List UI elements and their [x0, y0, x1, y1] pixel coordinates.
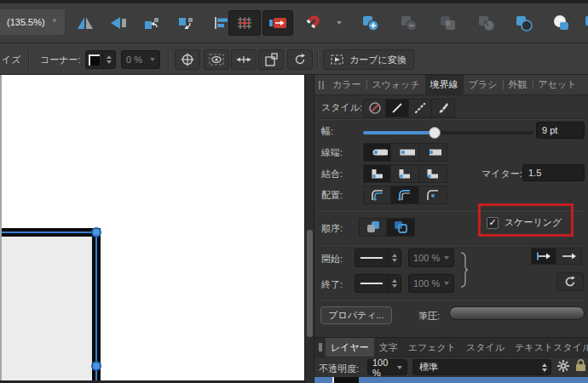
end-style-stepper[interactable]	[388, 275, 401, 292]
corner-stepper[interactable]	[102, 51, 115, 68]
style-dashed-button[interactable]	[409, 99, 432, 117]
cap-round-button[interactable]	[363, 143, 391, 162]
layer-settings-button[interactable]	[556, 359, 570, 374]
start-line-style-dropdown[interactable]	[355, 249, 401, 267]
corner-node-handle[interactable]	[91, 227, 101, 237]
tab-brushes[interactable]: ブラシ	[464, 75, 503, 94]
transform-origin-button[interactable]	[258, 49, 284, 70]
style-none-button[interactable]	[363, 99, 386, 117]
tab-effects[interactable]: エフェクト	[403, 338, 461, 357]
canvas-vertical-scrollbar[interactable]	[304, 75, 314, 383]
panel-grip[interactable]	[319, 343, 322, 352]
rotate-ccw-button[interactable]	[136, 10, 167, 36]
geometry-merge-button[interactable]	[545, 10, 576, 36]
boolean-divide-button[interactable]	[470, 10, 503, 36]
solid-line-icon	[390, 101, 404, 115]
start-pressure-dropdown[interactable]: 100 %	[408, 249, 454, 267]
start-label: 開始:	[321, 253, 343, 266]
tab-stroke-active[interactable]: 境界線	[425, 75, 464, 94]
magnet-snapping-button[interactable]	[295, 10, 329, 36]
show-selection-button[interactable]	[204, 49, 229, 70]
end-label: 終了:	[321, 278, 343, 291]
edge-node-handle[interactable]	[91, 361, 101, 371]
lock-layer-button[interactable]	[575, 358, 586, 374]
corner-radius-dropdown[interactable]: 0 %	[121, 50, 160, 69]
tab-character[interactable]: 文字	[374, 338, 403, 357]
order-front-button[interactable]	[387, 218, 415, 237]
opacity-dropdown[interactable]: 100 %	[367, 359, 407, 375]
boolean-add-button[interactable]	[355, 10, 387, 36]
scrollbar-thumb[interactable]	[307, 230, 313, 337]
arrow-at-end-button[interactable]	[556, 248, 582, 265]
tab-color[interactable]: カラー	[327, 75, 366, 94]
cap-butt-button[interactable]	[419, 143, 447, 162]
tab-layers-active[interactable]: レイヤー	[326, 338, 374, 357]
lock-icon	[575, 358, 586, 372]
join-bevel-button[interactable]	[419, 164, 447, 183]
cap-square-button[interactable]	[391, 143, 419, 162]
pressure-profile-bar[interactable]	[449, 306, 585, 320]
blend-mode-dropdown[interactable]: 標準	[412, 359, 551, 375]
order-label: 順序:	[321, 222, 343, 235]
join-segment	[363, 164, 447, 183]
flip-horizontal-button[interactable]	[70, 10, 101, 36]
boolean-subtract-button[interactable]	[394, 10, 424, 36]
tab-text-styles[interactable]: テキストスタイル	[510, 338, 588, 357]
rotate-cw-icon	[176, 15, 195, 31]
miter-value-field[interactable]: 1.5	[522, 164, 585, 181]
style-solid-button[interactable]	[386, 99, 409, 117]
cycle-selection-box-button[interactable]	[287, 49, 313, 70]
join-round-button[interactable]	[391, 164, 419, 183]
rotate-cw-button[interactable]	[170, 10, 202, 36]
tab-swatches[interactable]: スウォッチ	[367, 75, 425, 94]
geometry-squares-button[interactable]	[578, 10, 588, 36]
panel-grip[interactable]	[319, 81, 324, 89]
convert-to-curves-button[interactable]: カーブに変換	[323, 49, 414, 70]
align-inside-button[interactable]	[363, 186, 391, 204]
cap-label: 線端:	[321, 146, 343, 159]
style-texture-button[interactable]	[432, 99, 455, 117]
join-miter-button[interactable]	[363, 164, 391, 183]
order-behind-button[interactable]	[359, 218, 387, 237]
corner-type-dropdown[interactable]	[85, 50, 116, 69]
divider	[317, 50, 318, 69]
dashed-line-icon	[413, 101, 427, 115]
align-center-button[interactable]	[391, 186, 419, 204]
blend-stepper[interactable]	[539, 360, 551, 374]
snapping-options-dropdown[interactable]	[331, 10, 347, 36]
properties-button[interactable]: プロパティ...	[320, 306, 392, 324]
link-brace-icon[interactable]	[458, 250, 470, 289]
snapping-grid-button[interactable]	[228, 10, 261, 36]
zoom-level-text: (135.5%)	[7, 17, 45, 27]
chevron-down-icon	[444, 256, 449, 260]
align-inside-icon	[370, 188, 385, 202]
context-toolbar: イズ コーナー: 0 % カーブに変換	[0, 44, 588, 75]
tab-styles[interactable]: スタイル	[461, 338, 510, 357]
flip-vertical-button[interactable]	[103, 10, 134, 36]
width-slider-thumb[interactable]	[429, 127, 441, 139]
snap-to-center-button[interactable]	[175, 49, 200, 70]
rectangle-fill[interactable]	[2, 237, 92, 380]
separator	[319, 119, 584, 120]
end-line-style-dropdown[interactable]	[355, 274, 401, 293]
canvas-viewport[interactable]	[0, 75, 304, 383]
width-slider-track[interactable]	[363, 131, 533, 134]
boolean-xor-button[interactable]	[509, 10, 539, 36]
selected-layer-row[interactable]	[314, 377, 588, 383]
move-handles-button[interactable]	[231, 49, 257, 70]
width-value-field[interactable]: 9 pt	[536, 122, 585, 139]
refresh-icon	[564, 276, 576, 288]
start-style-stepper[interactable]	[388, 249, 401, 266]
boolean-subtract-icon	[400, 14, 418, 31]
arrow-at-start-button[interactable]	[531, 248, 556, 265]
tab-appearance[interactable]: 外観	[504, 75, 533, 94]
end-pressure-dropdown[interactable]: 100 %	[408, 274, 454, 293]
snapping-grid-icon	[236, 15, 253, 31]
swap-arrows-button[interactable]	[556, 272, 584, 291]
tab-assets[interactable]: アセット	[533, 75, 582, 94]
boolean-intersect-button[interactable]	[433, 10, 464, 36]
convert-to-curves-label: カーブに変換	[349, 54, 406, 66]
align-outside-button[interactable]	[419, 186, 447, 204]
divider	[28, 50, 29, 69]
snap-move-button[interactable]	[262, 10, 293, 36]
